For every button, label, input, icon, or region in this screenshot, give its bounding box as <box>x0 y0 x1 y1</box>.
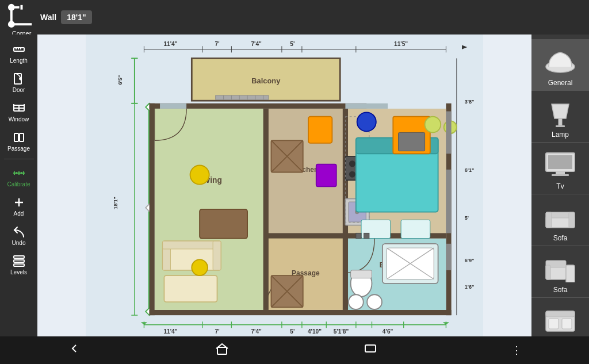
svg-rect-123 <box>308 117 332 143</box>
tv-preview <box>540 148 580 180</box>
svg-point-141 <box>425 117 441 133</box>
right-item-sofa2[interactable]: Sofa <box>531 246 589 298</box>
svg-rect-112 <box>213 241 221 270</box>
window-icon <box>12 101 26 115</box>
svg-rect-152 <box>364 233 369 238</box>
sidebar-label-add: Add <box>14 210 24 217</box>
sidebar-item-undo[interactable]: Undo <box>0 221 37 250</box>
svg-rect-157 <box>160 104 186 109</box>
svg-point-116 <box>192 259 208 275</box>
sidebar-item-passage[interactable]: Passage <box>0 127 37 155</box>
sidebar-label-door: Door <box>13 87 25 93</box>
svg-rect-181 <box>365 345 376 352</box>
svg-rect-30 <box>14 264 24 266</box>
sidebar-item-add[interactable]: Add <box>0 192 37 220</box>
svg-text:6'5": 6'5" <box>117 75 123 85</box>
svg-text:11'5": 11'5" <box>394 41 408 47</box>
right-item-lamp[interactable]: Lamp <box>531 91 589 143</box>
sidebar-item-length[interactable]: Length <box>0 39 37 67</box>
bed-preview <box>540 304 580 335</box>
svg-text:7': 7' <box>215 41 220 47</box>
svg-rect-165 <box>548 155 572 169</box>
ruler-icon <box>12 43 26 56</box>
sidebar-label-window: Window <box>9 116 29 122</box>
svg-rect-114 <box>200 209 247 239</box>
svg-rect-144 <box>351 270 372 278</box>
svg-point-5 <box>9 5 14 9</box>
svg-text:5': 5' <box>465 215 469 221</box>
sidebar-item-calibrate[interactable]: Calibrate <box>0 163 37 191</box>
sofa2-icon <box>543 254 577 282</box>
svg-text:7'4": 7'4" <box>251 41 262 47</box>
right-item-general[interactable]: General <box>531 39 589 91</box>
svg-rect-124 <box>316 164 336 187</box>
svg-rect-175 <box>546 265 550 279</box>
bed-icon <box>543 305 577 334</box>
svg-rect-162 <box>559 118 562 125</box>
sofa2-preview <box>540 252 580 283</box>
corner-button[interactable]: Corner <box>6 0 37 37</box>
tv-icon <box>543 150 577 179</box>
undo-icon <box>12 225 26 239</box>
svg-rect-166 <box>556 171 565 174</box>
svg-rect-163 <box>556 125 565 127</box>
general-preview <box>540 45 580 76</box>
wall-label: Wall <box>40 13 56 22</box>
add-icon <box>12 196 26 209</box>
svg-rect-105 <box>263 109 269 310</box>
sidebar-item-window[interactable]: Window <box>0 98 37 126</box>
right-label-lamp: Lamp <box>552 131 569 139</box>
svg-rect-180 <box>217 347 227 354</box>
floorplan-svg: 11'4" 7' 7'4" 5' 11'5" 11'4" 7' 7'4" <box>37 35 531 336</box>
home-button[interactable] <box>204 337 240 363</box>
right-label-sofa2: Sofa <box>553 286 568 294</box>
right-item-bed[interactable]: Bed <box>531 298 589 336</box>
sidebar-item-door[interactable]: Door <box>0 68 37 97</box>
left-sidebar: Length Door Window <box>0 35 37 336</box>
svg-rect-170 <box>546 212 552 228</box>
recent-button[interactable] <box>352 337 389 363</box>
svg-rect-153 <box>446 112 451 154</box>
sidebar-label-calibrate: Calibrate <box>7 181 30 187</box>
sidebar-separator-1 <box>4 159 34 159</box>
sofa1-preview <box>540 200 580 232</box>
svg-rect-167 <box>552 174 569 176</box>
lamp-preview <box>540 97 580 128</box>
svg-point-150 <box>367 294 382 309</box>
corner-icon <box>6 0 37 30</box>
svg-point-11 <box>20 78 21 79</box>
door-icon <box>12 72 26 86</box>
canvas-area[interactable]: 11'4" 7' 7'4" 5' 11'5" 11'4" 7' 7'4" <box>37 35 531 336</box>
back-button[interactable] <box>56 337 93 363</box>
bottom-nav: ⋮ <box>0 336 589 364</box>
svg-text:18'1": 18'1" <box>113 197 118 209</box>
right-label-general: General <box>548 79 573 87</box>
sidebar-label-undo: Undo <box>12 240 26 246</box>
svg-rect-154 <box>446 170 451 233</box>
svg-rect-94 <box>150 310 452 315</box>
svg-rect-29 <box>14 260 24 262</box>
svg-text:5': 5' <box>290 41 294 47</box>
sidebar-label-length: Length <box>10 58 28 64</box>
right-label-tv: Tv <box>556 182 564 190</box>
svg-rect-151 <box>356 233 361 238</box>
sidebar-item-levels[interactable]: Levels <box>0 251 37 279</box>
more-button[interactable]: ⋮ <box>500 339 533 361</box>
sidebar-label-levels: Levels <box>10 269 27 275</box>
svg-rect-91 <box>150 104 155 315</box>
svg-text:7'4": 7'4" <box>251 328 262 335</box>
main-area: Length Door Window <box>0 35 589 336</box>
svg-text:11'4": 11'4" <box>163 328 177 335</box>
right-item-tv[interactable]: Tv <box>531 143 589 194</box>
wall-indicator: Wall 18'1" <box>40 10 92 24</box>
svg-rect-174 <box>566 265 575 282</box>
svg-point-115 <box>190 166 209 185</box>
svg-text:4'10": 4'10" <box>308 328 322 335</box>
svg-point-126 <box>349 160 355 167</box>
sidebar-label-passage: Passage <box>7 145 30 152</box>
sofa1-icon <box>543 202 577 231</box>
general-icon <box>543 47 577 75</box>
wall-value[interactable]: 18'1" <box>61 10 91 24</box>
right-item-sofa1[interactable]: Sofa <box>531 194 589 246</box>
right-sidebar: General Lamp Tv <box>531 35 589 336</box>
